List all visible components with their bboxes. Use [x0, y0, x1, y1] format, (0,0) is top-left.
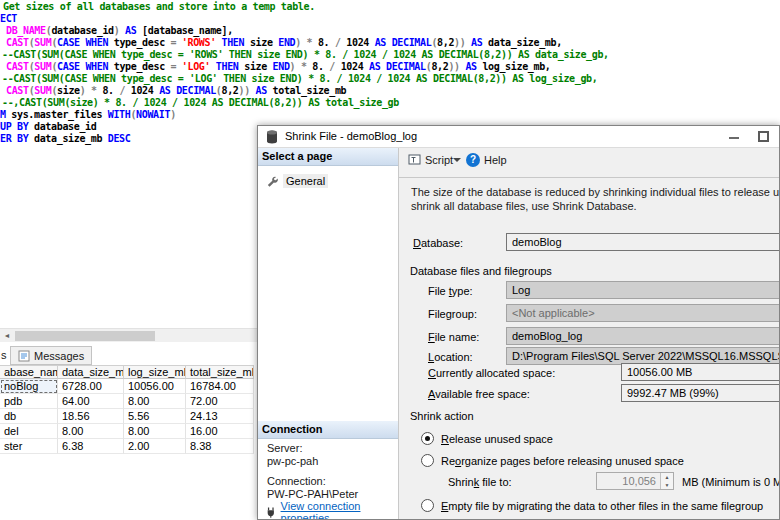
- sql-line: M sys.master_files WITH(NOWAIT): [0, 109, 609, 121]
- help-icon: ?: [466, 153, 480, 167]
- sql-line: DB_NAME(database_id) AS [database_name],: [0, 25, 609, 37]
- grid-cell[interactable]: 8.38: [186, 439, 254, 454]
- empty-file-radio[interactable]: [421, 499, 434, 512]
- select-a-page-header: Select a page: [258, 148, 398, 166]
- results-tabstrip: s Messages: [0, 345, 256, 365]
- grid-header: abase_namedata_size_mblog_size_mbtotal_s…: [0, 365, 254, 379]
- filegroup-label: Filegroup:: [428, 308, 477, 320]
- maximize-button[interactable]: [758, 131, 769, 142]
- sql-line: CAST(SUM(CASE WHEN type_desc = 'ROWS' TH…: [0, 37, 609, 49]
- connection-value: PW-PC-PAH\Peter: [267, 488, 358, 500]
- grid-cell[interactable]: 16784.00: [186, 379, 254, 394]
- sql-line: ECT: [0, 13, 609, 25]
- connection-header: Connection: [258, 421, 398, 439]
- grid-cell[interactable]: del: [0, 424, 58, 439]
- free-space-field: 9992.47 MB (99%): [621, 384, 780, 402]
- files-section-label: Database files and filegroups: [410, 265, 552, 277]
- grid-cell[interactable]: ster: [0, 439, 58, 454]
- reorganize-pages-radio[interactable]: [421, 454, 434, 467]
- server-label: Server:: [267, 442, 302, 454]
- editor-horizontal-scrollbar[interactable]: ◄: [0, 328, 257, 342]
- grid-row: noBlog6728.0010056.0016784.00: [0, 379, 254, 394]
- sidebar-item-general[interactable]: General: [266, 174, 328, 188]
- wrench-icon: [266, 175, 279, 188]
- sql-line: CAST(SUM(CASE WHEN type_desc = 'LOG' THE…: [0, 61, 609, 73]
- database-label: Database:: [413, 237, 463, 249]
- dialog-description-line1: The size of the database is reduced by s…: [411, 186, 780, 198]
- script-icon: [408, 153, 421, 166]
- minimize-button[interactable]: [729, 137, 739, 139]
- location-label: Location:: [428, 351, 473, 363]
- script-button-label: Script: [425, 154, 453, 166]
- grid-cell[interactable]: 8.00: [124, 394, 186, 409]
- release-unused-space-label: Release unused space: [441, 433, 553, 445]
- allocated-space-label: Currently allocated space:: [428, 367, 555, 379]
- grid-row: del8.008.0016.00: [0, 424, 254, 439]
- file-type-label: File type:: [428, 285, 473, 297]
- toolbar-separator: [399, 177, 779, 178]
- shrink-file-dialog: Shrink File - demoBlog_log Select a page…: [257, 125, 780, 520]
- help-button[interactable]: ? Help: [466, 153, 507, 167]
- dialog-titlebar[interactable]: Shrink File - demoBlog_log: [258, 126, 779, 148]
- release-unused-space-radio[interactable]: [421, 432, 434, 445]
- results-pane: s Messages abase_namedata_size_mblog_siz…: [0, 345, 256, 520]
- tab-messages[interactable]: Messages: [10, 346, 92, 365]
- grid-cell[interactable]: 18.56: [58, 409, 124, 424]
- database-field: demoBlog: [506, 233, 780, 251]
- grid-cell[interactable]: 8.00: [124, 424, 186, 439]
- file-name-label: File name:: [428, 331, 479, 343]
- grid-cell[interactable]: pdb: [0, 394, 58, 409]
- grid-cell[interactable]: 24.13: [186, 409, 254, 424]
- grid-header-cell[interactable]: abase_name: [0, 365, 58, 379]
- file-name-field: demoBlog_log: [506, 327, 780, 345]
- dialog-title: Shrink File - demoBlog_log: [285, 130, 417, 142]
- spinner-buttons: ▲ ▼: [660, 473, 673, 489]
- script-button[interactable]: Script: [408, 153, 453, 166]
- grid-row: db18.565.5624.13: [0, 409, 254, 424]
- sql-line: Get sizes of all databases and store int…: [0, 1, 609, 13]
- grid-cell[interactable]: 2.00: [124, 439, 186, 454]
- grid-cell[interactable]: db: [0, 409, 58, 424]
- sql-line: --CAST(SUM(CASE WHEN type_desc = 'LOG' T…: [0, 73, 609, 85]
- script-dropdown-caret-icon[interactable]: [453, 158, 461, 162]
- messages-icon: [18, 350, 30, 362]
- sql-line: --CAST(SUM(CASE WHEN type_desc = 'ROWS' …: [0, 49, 609, 61]
- allocated-space-field: 10056.00 MB: [621, 363, 780, 381]
- scrollbar-thumb[interactable]: [15, 331, 155, 341]
- view-connection-properties-link[interactable]: View connection properties: [281, 500, 398, 520]
- grid-cell[interactable]: 72.00: [186, 394, 254, 409]
- help-button-label: Help: [484, 154, 507, 166]
- grid-row: ster6.382.008.38: [0, 439, 254, 454]
- grid-cell[interactable]: 10056.00: [124, 379, 186, 394]
- grid-cell[interactable]: 6728.00: [58, 379, 124, 394]
- grid-cell[interactable]: 64.00: [58, 394, 124, 409]
- shrink-file-to-label: Shrink file to:: [448, 476, 512, 488]
- grid-header-cell[interactable]: log_size_mb: [124, 365, 186, 379]
- sql-code: Get sizes of all databases and store int…: [0, 1, 609, 145]
- spinner-down-icon: ▼: [661, 481, 673, 489]
- server-value: pw-pc-pah: [267, 455, 318, 467]
- shrink-file-to-spinner: 10,056 ▲ ▼: [596, 472, 674, 490]
- connection-label: Connection:: [267, 475, 326, 487]
- grid-header-cell[interactable]: data_size_mb: [58, 365, 124, 379]
- dialog-description-line2: shrink all database files, use Shrink Da…: [411, 200, 637, 212]
- results-grid[interactable]: abase_namedata_size_mblog_size_mbtotal_s…: [0, 365, 254, 454]
- file-type-field: Log: [506, 281, 780, 299]
- shrink-unit-label: MB (Minimum is 0 MB): [682, 476, 780, 488]
- grid-cell[interactable]: 5.56: [124, 409, 186, 424]
- grid-cell[interactable]: 8.00: [58, 424, 124, 439]
- database-icon: [266, 130, 278, 146]
- grid-row: pdb64.008.0072.00: [0, 394, 254, 409]
- grid-cell[interactable]: 16.00: [186, 424, 254, 439]
- tab-results[interactable]: s: [1, 349, 7, 361]
- dialog-sidebar: Select a page General Connection Server:…: [258, 148, 399, 520]
- grid-header-cell[interactable]: total_size_mb: [186, 365, 254, 379]
- sql-line: CAST(SUM(size) * 8. / 1024 AS DECIMAL(8,…: [0, 85, 609, 97]
- grid-cell[interactable]: noBlog: [0, 379, 58, 394]
- grid-cell[interactable]: 6.38: [58, 439, 124, 454]
- shrink-file-to-value: 10,056: [597, 473, 660, 489]
- grid-body: noBlog6728.0010056.0016784.00pdb64.008.0…: [0, 379, 254, 454]
- scroll-left-arrow-icon[interactable]: ◄: [0, 329, 14, 342]
- shrink-action-section-label: Shrink action: [410, 410, 474, 422]
- tab-messages-label: Messages: [34, 350, 84, 362]
